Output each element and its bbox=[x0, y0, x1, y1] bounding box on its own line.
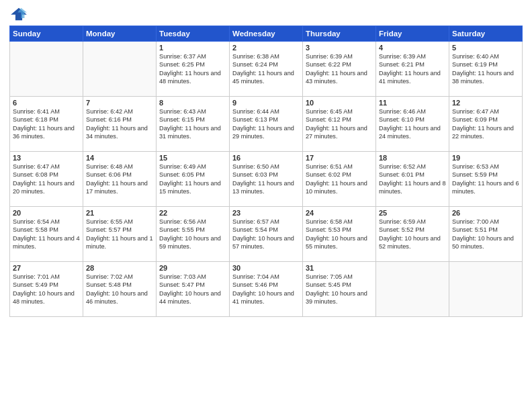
calendar-cell bbox=[449, 262, 523, 317]
calendar-cell: 10Sunrise: 6:45 AM Sunset: 6:12 PM Dayli… bbox=[303, 97, 376, 152]
weekday-header-monday: Monday bbox=[83, 26, 157, 42]
day-number: 13 bbox=[13, 154, 80, 162]
day-info: Sunrise: 7:05 AM Sunset: 5:45 PM Dayligh… bbox=[306, 273, 373, 306]
day-info: Sunrise: 6:37 AM Sunset: 6:25 PM Dayligh… bbox=[159, 52, 226, 86]
calendar-cell bbox=[83, 42, 157, 97]
calendar-cell: 22Sunrise: 6:56 AM Sunset: 5:55 PM Dayli… bbox=[157, 207, 230, 262]
day-number: 11 bbox=[379, 99, 446, 107]
week-row-3: 13Sunrise: 6:47 AM Sunset: 6:08 PM Dayli… bbox=[10, 152, 523, 207]
calendar-cell: 30Sunrise: 7:04 AM Sunset: 5:46 PM Dayli… bbox=[230, 262, 303, 317]
calendar-table: SundayMondayTuesdayWednesdayThursdayFrid… bbox=[9, 26, 523, 317]
weekday-header-sunday: Sunday bbox=[10, 26, 83, 42]
day-info: Sunrise: 6:55 AM Sunset: 5:57 PM Dayligh… bbox=[86, 218, 153, 251]
calendar-cell: 18Sunrise: 6:52 AM Sunset: 6:01 PM Dayli… bbox=[376, 152, 449, 207]
calendar-cell bbox=[10, 42, 83, 97]
calendar-cell: 24Sunrise: 6:58 AM Sunset: 5:53 PM Dayli… bbox=[303, 207, 376, 262]
day-number: 31 bbox=[306, 264, 373, 272]
day-info: Sunrise: 6:45 AM Sunset: 6:12 PM Dayligh… bbox=[306, 107, 373, 141]
day-number: 29 bbox=[159, 264, 226, 272]
page: SundayMondayTuesdayWednesdayThursdayFrid… bbox=[0, 0, 532, 411]
day-info: Sunrise: 6:53 AM Sunset: 5:59 PM Dayligh… bbox=[452, 163, 519, 196]
day-number: 17 bbox=[306, 154, 373, 162]
day-number: 16 bbox=[232, 154, 300, 162]
calendar-cell: 26Sunrise: 7:00 AM Sunset: 5:51 PM Dayli… bbox=[449, 207, 523, 262]
day-number: 3 bbox=[306, 44, 373, 52]
calendar-cell bbox=[376, 262, 449, 317]
day-number: 10 bbox=[306, 99, 373, 107]
day-number: 6 bbox=[13, 99, 80, 107]
day-number: 20 bbox=[13, 209, 80, 217]
day-number: 28 bbox=[86, 264, 153, 272]
calendar-cell: 6Sunrise: 6:41 AM Sunset: 6:18 PM Daylig… bbox=[10, 97, 83, 152]
day-info: Sunrise: 7:03 AM Sunset: 5:47 PM Dayligh… bbox=[159, 273, 226, 306]
calendar-cell: 16Sunrise: 6:50 AM Sunset: 6:03 PM Dayli… bbox=[230, 152, 303, 207]
logo bbox=[9, 7, 31, 21]
calendar-cell: 11Sunrise: 6:46 AM Sunset: 6:10 PM Dayli… bbox=[376, 97, 449, 152]
calendar-cell: 9Sunrise: 6:44 AM Sunset: 6:13 PM Daylig… bbox=[230, 97, 303, 152]
day-number: 21 bbox=[86, 209, 153, 217]
calendar-cell: 8Sunrise: 6:43 AM Sunset: 6:15 PM Daylig… bbox=[157, 97, 230, 152]
day-number: 1 bbox=[159, 44, 226, 52]
day-info: Sunrise: 6:41 AM Sunset: 6:18 PM Dayligh… bbox=[13, 107, 80, 141]
day-info: Sunrise: 6:56 AM Sunset: 5:55 PM Dayligh… bbox=[159, 218, 226, 251]
day-info: Sunrise: 6:57 AM Sunset: 5:54 PM Dayligh… bbox=[232, 218, 300, 251]
day-info: Sunrise: 6:43 AM Sunset: 6:15 PM Dayligh… bbox=[159, 107, 226, 141]
day-number: 4 bbox=[379, 44, 446, 52]
day-number: 5 bbox=[452, 44, 519, 52]
day-info: Sunrise: 6:44 AM Sunset: 6:13 PM Dayligh… bbox=[232, 107, 300, 141]
calendar-cell: 15Sunrise: 6:49 AM Sunset: 6:05 PM Dayli… bbox=[157, 152, 230, 207]
calendar-cell: 12Sunrise: 6:47 AM Sunset: 6:09 PM Dayli… bbox=[449, 97, 523, 152]
calendar-cell: 28Sunrise: 7:02 AM Sunset: 5:48 PM Dayli… bbox=[83, 262, 157, 317]
day-info: Sunrise: 7:02 AM Sunset: 5:48 PM Dayligh… bbox=[86, 273, 153, 306]
day-info: Sunrise: 6:49 AM Sunset: 6:05 PM Dayligh… bbox=[159, 163, 226, 196]
calendar-cell: 25Sunrise: 6:59 AM Sunset: 5:52 PM Dayli… bbox=[376, 207, 449, 262]
day-number: 14 bbox=[86, 154, 153, 162]
day-info: Sunrise: 6:50 AM Sunset: 6:03 PM Dayligh… bbox=[232, 163, 300, 196]
weekday-header-friday: Friday bbox=[376, 26, 449, 42]
day-number: 30 bbox=[232, 264, 300, 272]
day-number: 9 bbox=[232, 99, 300, 107]
day-info: Sunrise: 6:58 AM Sunset: 5:53 PM Dayligh… bbox=[306, 218, 373, 251]
weekday-header-saturday: Saturday bbox=[449, 26, 523, 42]
calendar-cell: 2Sunrise: 6:38 AM Sunset: 6:24 PM Daylig… bbox=[230, 42, 303, 97]
day-number: 8 bbox=[159, 99, 226, 107]
week-row-1: 1Sunrise: 6:37 AM Sunset: 6:25 PM Daylig… bbox=[10, 42, 523, 97]
day-info: Sunrise: 6:52 AM Sunset: 6:01 PM Dayligh… bbox=[379, 163, 446, 196]
calendar-cell: 27Sunrise: 7:01 AM Sunset: 5:49 PM Dayli… bbox=[10, 262, 83, 317]
day-number: 19 bbox=[452, 154, 519, 162]
calendar-cell: 21Sunrise: 6:55 AM Sunset: 5:57 PM Dayli… bbox=[83, 207, 157, 262]
day-number: 2 bbox=[232, 44, 300, 52]
day-info: Sunrise: 6:48 AM Sunset: 6:06 PM Dayligh… bbox=[86, 163, 153, 196]
header bbox=[9, 7, 523, 21]
calendar-cell: 7Sunrise: 6:42 AM Sunset: 6:16 PM Daylig… bbox=[83, 97, 157, 152]
day-number: 24 bbox=[306, 209, 373, 217]
day-info: Sunrise: 6:42 AM Sunset: 6:16 PM Dayligh… bbox=[86, 107, 153, 141]
weekday-header-row: SundayMondayTuesdayWednesdayThursdayFrid… bbox=[10, 26, 523, 42]
day-info: Sunrise: 6:46 AM Sunset: 6:10 PM Dayligh… bbox=[379, 107, 446, 141]
day-number: 26 bbox=[452, 209, 519, 217]
calendar-cell: 20Sunrise: 6:54 AM Sunset: 5:58 PM Dayli… bbox=[10, 207, 83, 262]
day-number: 18 bbox=[379, 154, 446, 162]
day-number: 12 bbox=[452, 99, 519, 107]
calendar-cell: 4Sunrise: 6:39 AM Sunset: 6:21 PM Daylig… bbox=[376, 42, 449, 97]
calendar-cell: 1Sunrise: 6:37 AM Sunset: 6:25 PM Daylig… bbox=[157, 42, 230, 97]
day-number: 25 bbox=[379, 209, 446, 217]
calendar-cell: 19Sunrise: 6:53 AM Sunset: 5:59 PM Dayli… bbox=[449, 152, 523, 207]
day-info: Sunrise: 6:59 AM Sunset: 5:52 PM Dayligh… bbox=[379, 218, 446, 251]
calendar-cell: 31Sunrise: 7:05 AM Sunset: 5:45 PM Dayli… bbox=[303, 262, 376, 317]
day-info: Sunrise: 7:01 AM Sunset: 5:49 PM Dayligh… bbox=[13, 273, 80, 306]
day-info: Sunrise: 7:04 AM Sunset: 5:46 PM Dayligh… bbox=[232, 273, 300, 306]
day-number: 23 bbox=[232, 209, 300, 217]
week-row-4: 20Sunrise: 6:54 AM Sunset: 5:58 PM Dayli… bbox=[10, 207, 523, 262]
weekday-header-thursday: Thursday bbox=[303, 26, 376, 42]
logo-icon bbox=[9, 7, 28, 21]
day-info: Sunrise: 6:51 AM Sunset: 6:02 PM Dayligh… bbox=[306, 163, 373, 196]
day-info: Sunrise: 6:47 AM Sunset: 6:09 PM Dayligh… bbox=[452, 107, 519, 141]
day-info: Sunrise: 7:00 AM Sunset: 5:51 PM Dayligh… bbox=[452, 218, 519, 251]
day-number: 7 bbox=[86, 99, 153, 107]
calendar-cell: 13Sunrise: 6:47 AM Sunset: 6:08 PM Dayli… bbox=[10, 152, 83, 207]
calendar-cell: 17Sunrise: 6:51 AM Sunset: 6:02 PM Dayli… bbox=[303, 152, 376, 207]
day-number: 27 bbox=[13, 264, 80, 272]
weekday-header-tuesday: Tuesday bbox=[157, 26, 230, 42]
calendar-cell: 29Sunrise: 7:03 AM Sunset: 5:47 PM Dayli… bbox=[157, 262, 230, 317]
